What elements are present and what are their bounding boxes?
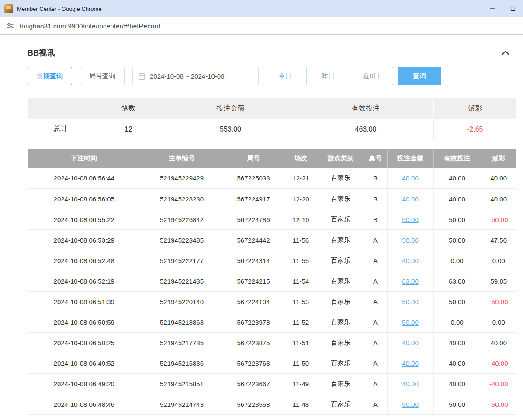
cell-bet-amount: 40.00 (387, 250, 433, 271)
cell-game-type: 百家乐 (318, 353, 364, 374)
cell-valid-bet: 40.00 (433, 353, 481, 374)
cell-round-id: 567223978 (223, 312, 284, 333)
cell-table-code: A (364, 394, 387, 415)
bet-amount-link[interactable]: 40.00 (402, 339, 419, 347)
header-table-code: 桌号 (364, 149, 387, 168)
cell-round-id: 567223558 (223, 394, 284, 415)
bet-amount-link[interactable]: 40.00 (402, 360, 419, 367)
header-round-id: 局号 (223, 149, 284, 168)
cell-bet-time: 2024-10-08 06:49:20 (28, 374, 141, 394)
bet-amount-link[interactable]: 50.00 (402, 298, 419, 305)
cell-game-type: 百家乐 (318, 209, 364, 230)
date-range-picker[interactable]: 2024-10-08 ~ 2024-10-08 (132, 67, 259, 85)
quick-last8days-button[interactable]: 近8日 (350, 67, 393, 85)
cell-payout: 59.85 (481, 271, 516, 292)
table-row: 2024-10-08 06:50:25521945217785567223875… (28, 333, 516, 353)
bet-amount-link[interactable]: 40.00 (402, 195, 419, 203)
cell-bet-amount: 40.00 (387, 333, 433, 353)
cell-order-id: 521945223485 (141, 230, 223, 250)
cell-valid-bet: 50.00 (433, 292, 481, 312)
bet-amount-link[interactable]: 50.00 (402, 236, 419, 244)
cell-bet-time: 2024-10-08 06:50:25 (28, 333, 141, 353)
cell-payout: 40.00 (481, 333, 516, 353)
cell-table-code: B (364, 168, 387, 189)
cell-session: 12-20 (284, 189, 318, 209)
summary-header-blank (28, 98, 94, 119)
cell-order-id: 521945222177 (141, 250, 223, 271)
header-bet-amount: 投注金额 (387, 149, 433, 168)
cell-table-code: A (364, 271, 387, 292)
bet-table-body: 2024-10-08 06:56:44521945229429567225033… (28, 168, 516, 415)
cell-game-type: 百家乐 (318, 374, 364, 394)
date-range-value: 2024-10-08 ~ 2024-10-08 (150, 73, 225, 80)
table-row: 2024-10-08 06:50:59521945218863567223978… (28, 312, 516, 333)
quick-yesterday-button[interactable]: 昨日 (306, 67, 350, 85)
header-order-id: 注单编号 (141, 149, 223, 168)
cell-round-id: 567225033 (223, 168, 284, 189)
header-game-type: 游戏类别 (318, 149, 364, 168)
summary-valid-bet: 463.00 (298, 119, 433, 140)
table-row: 2024-10-08 06:49:20521945215851567223667… (28, 374, 516, 394)
bet-amount-link[interactable]: 40.00 (402, 257, 419, 264)
cell-payout: 0.00 (481, 312, 516, 333)
summary-header-bet-amount: 投注金额 (163, 98, 298, 119)
bet-amount-link[interactable]: 50.00 (402, 319, 419, 326)
cell-session: 11-55 (284, 250, 318, 271)
cell-bet-amount: 63.00 (387, 271, 433, 292)
cell-valid-bet: 63.00 (433, 271, 481, 292)
address-bar: tongbao31.com:9900/infe/mcenter/#/betRec… (0, 17, 523, 35)
maximize-button[interactable] (502, 0, 523, 17)
collapse-chevron-up-icon[interactable] (500, 49, 511, 57)
bet-amount-link[interactable]: 50.00 (402, 401, 419, 408)
cell-table-code: A (364, 333, 387, 353)
cell-bet-amount: 40.00 (387, 353, 433, 374)
cell-table-code: A (364, 230, 387, 250)
cell-round-id: 567224215 (223, 271, 284, 292)
table-row: 2024-10-08 06:48:46521945214743567223558… (28, 394, 516, 415)
quick-date-group: 今日 昨日 近8日 (263, 67, 393, 85)
summary-header-row: 笔数 投注金额 有效投注 派彩 (28, 98, 516, 119)
cell-round-id: 567224917 (223, 189, 284, 209)
bet-amount-link[interactable]: 50.00 (402, 216, 419, 223)
cell-table-code: A (364, 353, 387, 374)
cell-order-id: 521945226842 (141, 209, 223, 230)
cell-order-id: 521945215851 (141, 374, 223, 394)
cell-table-code: A (364, 250, 387, 271)
cell-bet-amount: 40.00 (387, 374, 433, 394)
search-button[interactable]: 查询 (398, 67, 441, 85)
bet-amount-link[interactable]: 63.00 (402, 278, 419, 285)
cell-bet-time: 2024-10-08 06:48:46 (28, 394, 141, 415)
table-row: 2024-10-08 06:55:22521945226842567224786… (28, 209, 516, 230)
cell-payout: 40.00 (481, 168, 516, 189)
cell-round-id: 567223768 (223, 353, 284, 374)
header-session: 场次 (284, 149, 318, 168)
quick-today-button[interactable]: 今日 (263, 67, 307, 85)
cell-table-code: A (364, 374, 387, 394)
table-row: 2024-10-08 06:52:48521945222177567224314… (28, 250, 516, 271)
cell-session: 11-48 (284, 394, 318, 415)
cell-order-id: 521945217785 (141, 333, 223, 353)
summary-table: 笔数 投注金额 有效投注 派彩 总计 12 553.00 463.00 -2.6… (28, 98, 516, 140)
bet-amount-link[interactable]: 40.00 (402, 380, 419, 388)
date-query-tab[interactable]: 日期查询 (28, 67, 72, 85)
cell-valid-bet: 50.00 (433, 209, 481, 230)
cell-game-type: 百家乐 (318, 394, 364, 415)
window-titlebar: Member Center - Google Chrome (0, 0, 523, 17)
cell-payout: -40.00 (481, 353, 516, 374)
cell-bet-time: 2024-10-08 06:55:22 (28, 209, 141, 230)
bet-amount-link[interactable]: 40.00 (402, 174, 419, 182)
summary-payout: -2.65 (433, 119, 516, 140)
cell-table-code: A (364, 292, 387, 312)
minimize-button[interactable] (482, 0, 502, 17)
cell-round-id: 567224442 (223, 230, 284, 250)
round-query-tab[interactable]: 局号查询 (80, 67, 125, 85)
cell-round-id: 567224314 (223, 250, 284, 271)
cell-game-type: 百家乐 (318, 168, 364, 189)
cell-session: 11-52 (284, 312, 318, 333)
url-text[interactable]: tongbao31.com:9900/infe/mcenter/#/betRec… (20, 22, 160, 30)
cell-order-id: 521945218863 (141, 312, 223, 333)
cell-valid-bet: 40.00 (433, 374, 481, 394)
cell-bet-time: 2024-10-08 06:53:29 (28, 230, 141, 250)
site-settings-icon[interactable] (6, 21, 14, 30)
table-row: 2024-10-08 06:49:52521945216836567223768… (28, 353, 516, 374)
